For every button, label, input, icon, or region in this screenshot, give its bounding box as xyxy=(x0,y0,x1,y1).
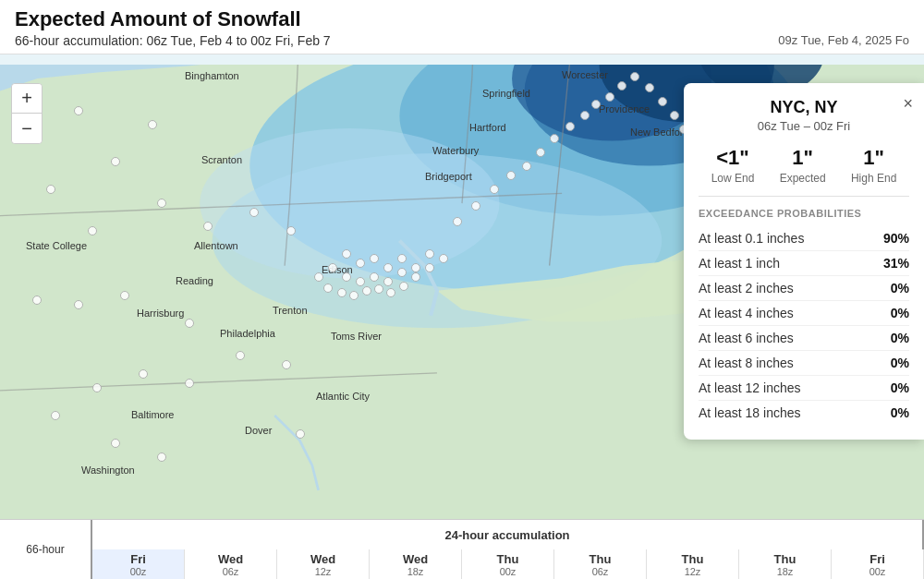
page-header: Expected Amount of Snowfall 66-hour accu… xyxy=(0,0,924,54)
timeline-segment[interactable]: Thu 18z xyxy=(739,549,832,579)
timeline-segment[interactable]: Thu 00z xyxy=(462,549,554,579)
timeline-24h-label: 24-hour accumulation xyxy=(92,520,924,549)
probability-row: At least 1 inch 31% xyxy=(699,251,909,276)
prob-value: 0% xyxy=(891,405,909,420)
timeline-seg-label: Thu xyxy=(774,552,796,566)
prob-label: At least 2 inches xyxy=(699,281,794,296)
probability-row: At least 8 inches 0% xyxy=(699,351,909,376)
prob-value: 0% xyxy=(891,380,909,395)
popup-expected-val: 1" xyxy=(780,146,826,170)
zoom-out-button[interactable]: − xyxy=(12,114,42,143)
page-title: Expected Amount of Snowfall xyxy=(15,7,909,31)
popup-low-end-val: <1" xyxy=(711,146,755,170)
timeline-seg-sub: 06z xyxy=(223,566,239,577)
popup-timerange: 06z Tue – 00z Fri xyxy=(699,119,909,133)
timeline-seg-label: Fri xyxy=(869,552,885,566)
page-wrapper: Expected Amount of Snowfall 66-hour accu… xyxy=(0,0,924,579)
prob-value: 0% xyxy=(891,356,909,370)
timeline-segment[interactable]: Wed 06z xyxy=(185,549,277,579)
prob-label: At least 4 inches xyxy=(699,306,794,320)
probability-row: At least 0.1 inches 90% xyxy=(699,226,909,251)
timeline-66h-button[interactable]: 66-hour xyxy=(0,520,92,579)
timeline-seg-label: Thu xyxy=(497,552,519,566)
timeline-seg-sub: 00z xyxy=(869,566,886,577)
timeline-seg-sub: 12z xyxy=(685,566,701,577)
popup-expected: 1" Expected xyxy=(780,146,826,185)
timeline-seg-sub: 18z xyxy=(407,566,424,577)
prob-value: 31% xyxy=(883,256,909,271)
probability-row: At least 6 inches 0% xyxy=(699,326,909,351)
prob-label: At least 12 inches xyxy=(699,380,801,395)
timeline-seg-label: Fri xyxy=(130,552,146,566)
popup-snow-row: <1" Low End 1" Expected 1" High End xyxy=(699,146,909,185)
timeline-66h-label: 66-hour xyxy=(26,543,64,556)
popup-divider xyxy=(699,196,909,197)
timeline-seg-label: Thu xyxy=(682,552,704,566)
popup-high-end-val: 1" xyxy=(851,146,896,170)
timeline-seg-label: Wed xyxy=(310,552,335,566)
timeline-segment[interactable]: Thu 12z xyxy=(647,549,739,579)
prob-label: At least 6 inches xyxy=(699,331,794,345)
prob-value: 90% xyxy=(883,231,909,246)
timeline-segments: Fri 00z Wed 06z Wed 12z Wed 18z Thu 00z … xyxy=(92,549,924,579)
timeline-seg-label: Wed xyxy=(403,552,428,566)
probability-row: At least 12 inches 0% xyxy=(699,376,909,401)
probability-row: At least 2 inches 0% xyxy=(699,276,909,301)
popup-low-end: <1" Low End xyxy=(711,146,755,185)
timeline-segment[interactable]: Wed 12z xyxy=(277,549,370,579)
prob-label: At least 1 inch xyxy=(699,256,780,271)
prob-label: At least 0.1 inches xyxy=(699,231,804,246)
probability-rows: At least 0.1 inches 90% At least 1 inch … xyxy=(699,226,909,425)
map-container[interactable]: Worcester Springfield Providence New Bed… xyxy=(0,65,924,579)
timeline-segment[interactable]: Thu 06z xyxy=(554,549,647,579)
prob-value: 0% xyxy=(891,281,909,296)
probability-row: At least 18 inches 0% xyxy=(699,401,909,425)
popup-close-button[interactable]: × xyxy=(903,94,913,114)
timeline-segment[interactable]: Fri 00z xyxy=(832,549,924,579)
popup-high-end: 1" High End xyxy=(851,146,896,185)
exceedance-title: EXCEEDANCE PROBABILITIES xyxy=(699,208,909,219)
timeline-bar: 66-hour 24-hour accumulation Fri 00z Wed… xyxy=(0,519,924,579)
prob-label: At least 8 inches xyxy=(699,356,794,370)
timeline-seg-sub: 00z xyxy=(500,566,517,577)
popup-panel: × NYC, NY 06z Tue – 00z Fri <1" Low End … xyxy=(684,83,924,440)
timeline-seg-sub: 18z xyxy=(777,566,794,577)
prob-value: 0% xyxy=(891,331,909,345)
timeline-seg-label: Wed xyxy=(218,552,243,566)
timeline-seg-sub: 00z xyxy=(130,566,147,577)
timeline-seg-label: Thu xyxy=(590,552,612,566)
popup-expected-label: Expected xyxy=(780,172,826,185)
popup-city: NYC, NY xyxy=(699,98,909,117)
popup-high-end-label: High End xyxy=(851,172,896,185)
header-timestamp: 09z Tue, Feb 4, 2025 Fo xyxy=(778,33,909,47)
timeline-segment[interactable]: Fri 00z xyxy=(92,549,185,579)
zoom-in-button[interactable]: + xyxy=(12,84,42,114)
timeline-24h-text: 24-hour accumulation xyxy=(444,528,569,542)
svg-point-8 xyxy=(200,128,499,278)
timeline-seg-sub: 06z xyxy=(592,566,609,577)
prob-label: At least 18 inches xyxy=(699,405,801,420)
zoom-controls: + − xyxy=(11,83,43,144)
prob-value: 0% xyxy=(891,306,909,320)
timeline-seg-sub: 12z xyxy=(315,566,332,577)
probability-row: At least 4 inches 0% xyxy=(699,301,909,326)
timeline-segment[interactable]: Wed 18z xyxy=(370,549,462,579)
popup-low-end-label: Low End xyxy=(711,172,755,185)
header-subtitle: 66-hour accumulation: 06z Tue, Feb 4 to … xyxy=(15,33,331,48)
